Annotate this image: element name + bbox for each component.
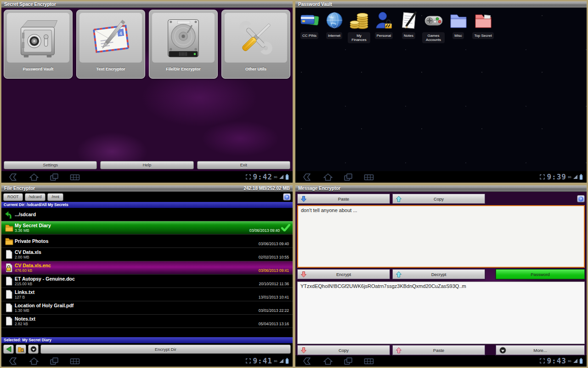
recent-apps-icon[interactable] <box>343 173 353 181</box>
encrypt-dir-button[interactable]: Encrypt Dir <box>40 345 291 354</box>
paste-button-top[interactable]: Paste <box>297 194 390 204</box>
tile-password-vault[interactable]: Password Vault <box>4 10 73 79</box>
more-circle-icon <box>499 347 506 354</box>
exit-button[interactable]: Exit <box>197 161 290 169</box>
cipher-text-area[interactable]: YTzxdEQhoIN!BCGf2UWK6jsROatrn7ssgz3KBdnQ… <box>297 282 585 344</box>
copy-button-bottom[interactable]: Copy <box>297 345 390 355</box>
red-folder-icon <box>473 11 493 31</box>
tile-label: Text Encryptor <box>79 63 142 75</box>
apps-grid-icon[interactable] <box>69 173 80 181</box>
hard-drive-icon <box>160 15 206 61</box>
battery-icon <box>285 358 289 364</box>
output-row: Copy Paste More... <box>295 345 587 355</box>
file-icon <box>5 276 13 286</box>
recent-apps-icon[interactable] <box>49 173 59 181</box>
app-password-vault: Password Vault CC PINs <box>294 0 588 184</box>
file-row[interactable]: Links.txt 127 B 13/01/2013 10:41 <box>1 288 293 301</box>
battery-icon <box>285 174 289 180</box>
back-dir-button[interactable] <box>3 345 14 354</box>
apps-grid-icon[interactable] <box>69 357 80 365</box>
globe-icon <box>324 11 345 31</box>
file-row[interactable]: Private Photos 03/06/2013 09:40 <box>1 235 293 248</box>
vault-background: CC PINs Internet <box>295 8 587 171</box>
file-row-selected[interactable]: My Secret Diary 3.36 MB 03/06/2013 09:40 <box>1 221 293 235</box>
home-icon[interactable] <box>323 173 333 181</box>
tile-label: File/Dir Encryptor <box>152 63 215 75</box>
back-icon[interactable] <box>9 173 19 181</box>
browse-button[interactable] <box>16 345 26 354</box>
file-name: .../sdcard <box>15 212 36 217</box>
mnt-button[interactable]: /mnt <box>47 193 63 201</box>
note-pen-icon <box>399 11 419 31</box>
help-button[interactable]: Help <box>100 161 193 169</box>
menu-buttons: Settings Help Exit <box>4 161 290 169</box>
tile-text-encryptor[interactable]: 4 Text Encryptor <box>76 10 145 79</box>
file-row-encrypted[interactable]: CV Data.xls.enc 476.60 kB 03/06/2013 09:… <box>1 261 293 275</box>
coins-icon <box>349 11 369 31</box>
expand-icon <box>539 358 545 364</box>
parent-dir-row[interactable]: .../sdcard <box>1 208 293 221</box>
copy-button-top[interactable]: Copy <box>392 194 485 204</box>
help-button[interactable]: ? <box>577 195 585 202</box>
file-row[interactable]: ET Autopsy - Genuine.doc 215.00 kB 20/10… <box>1 275 293 288</box>
home-icon[interactable] <box>29 357 39 365</box>
plain-text-area[interactable]: don't tell anyone about ... <box>297 205 585 268</box>
battery-icon <box>579 174 583 180</box>
recent-apps-icon[interactable] <box>343 357 353 365</box>
menu-button[interactable] <box>28 345 39 354</box>
category-games-accounts[interactable]: Games Accounts <box>422 11 445 43</box>
network-type: 3G <box>274 360 277 362</box>
category-top-secret[interactable]: Top Secret <box>472 11 494 39</box>
settings-button[interactable]: Settings <box>4 161 97 169</box>
help-button[interactable]: ? <box>283 193 291 201</box>
apps-grid-icon[interactable] <box>363 173 374 181</box>
decrypt-up-arrow-icon <box>396 271 401 278</box>
more-button[interactable]: More... <box>496 345 585 355</box>
main-menu-background: Password Vault 4 <box>1 8 293 171</box>
category-notes[interactable]: Notes <box>397 11 420 39</box>
back-icon[interactable] <box>303 357 313 365</box>
category-internet[interactable]: Internet <box>323 11 345 39</box>
encrypt-button[interactable]: Encrypt <box>297 269 390 279</box>
category-personal[interactable]: Personal <box>373 11 395 39</box>
clock: 9:39 <box>547 173 566 181</box>
category-cc-pins[interactable]: CC PINs <box>298 11 321 39</box>
path-shortcut-row: ROOT /sdcard /mnt ? <box>1 192 293 202</box>
paste-down-arrow-icon <box>301 196 306 202</box>
expand-icon <box>245 174 251 180</box>
sdcard-button[interactable]: /sdcard <box>25 193 46 201</box>
file-row[interactable]: CV Data.xls 2.00 MB 02/02/2013 10:55 <box>1 248 293 261</box>
category-misc[interactable]: Misc <box>447 11 469 39</box>
back-icon[interactable] <box>9 357 19 365</box>
android-nav-bar: 9:43 3G <box>295 355 587 367</box>
root-button[interactable]: ROOT <box>3 193 23 201</box>
tile-label: Password Vault <box>7 63 69 75</box>
android-nav-bar: 9:42 3G <box>1 171 293 183</box>
app-secret-space-encryptor: Secret Space Encryptor <box>0 0 294 184</box>
tile-label: Other Utils <box>225 63 287 75</box>
decrypt-button[interactable]: Decrypt <box>392 269 485 279</box>
crypt-row: Encrypt Decrypt Password <box>295 269 587 279</box>
app-title: Secret Space Encryptor <box>4 2 56 7</box>
home-icon[interactable] <box>29 173 39 181</box>
file-name: Links.txt <box>15 289 34 295</box>
recent-apps-icon[interactable] <box>49 357 59 365</box>
current-dir-bar: Current Dir: /sdcard/All My Secrets <box>1 202 293 208</box>
back-icon[interactable] <box>303 173 313 181</box>
storage-indicator: 242.18 MB/252.02 MB <box>243 186 290 191</box>
tile-file-dir-encryptor[interactable]: File/Dir Encryptor <box>149 10 218 79</box>
file-name: Private Photos <box>15 238 49 244</box>
file-date: 03/06/2013 09:40 <box>259 242 289 246</box>
category-row: CC PINs Internet <box>295 8 587 43</box>
home-icon[interactable] <box>323 357 333 365</box>
tile-other-utils[interactable]: Other Utils <box>221 10 290 79</box>
password-button[interactable]: Password <box>496 269 585 279</box>
apps-grid-icon[interactable] <box>363 357 374 365</box>
file-row[interactable]: Location of Holy Grail.pdf 1.30 MB 03/01… <box>1 301 293 315</box>
file-row[interactable]: Notes.txt 2.82 kB 05/04/2013 13:16 <box>1 315 293 328</box>
file-date: 20/10/2012 11:36 <box>259 282 289 286</box>
paste-button-bottom[interactable]: Paste <box>392 345 485 355</box>
category-my-finances[interactable]: My Finances <box>348 11 370 43</box>
file-name: CV Data.xls.enc <box>15 263 51 268</box>
app-title: Password Vault <box>298 2 332 7</box>
